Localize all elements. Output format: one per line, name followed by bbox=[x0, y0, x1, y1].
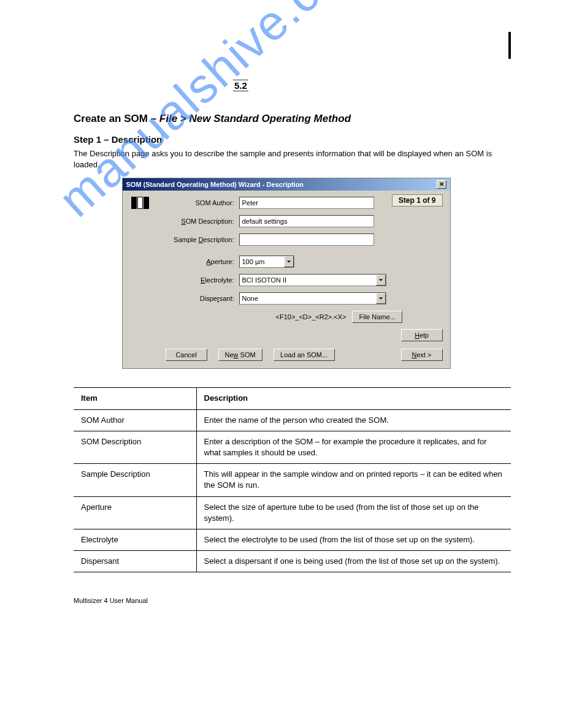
cell-item: Aperture bbox=[74, 496, 196, 529]
author-input[interactable] bbox=[239, 197, 374, 209]
aperture-label: Aperture: bbox=[166, 258, 239, 265]
cell-desc: Enter the name of the person who created… bbox=[196, 409, 511, 431]
cell-desc: Select the size of aperture tube to be u… bbox=[196, 496, 511, 529]
close-icon[interactable]: ✕ bbox=[437, 180, 446, 189]
section-number: 5.2 bbox=[233, 80, 248, 91]
dialog-title: SOM (Standard Operating Method) Wizard -… bbox=[126, 181, 304, 188]
sample-description-label: Sample Description: bbox=[166, 236, 239, 243]
som-description-input[interactable] bbox=[239, 215, 374, 227]
cancel-button[interactable]: Cancel bbox=[166, 349, 207, 361]
section-title-lead: Create an SOM – bbox=[74, 113, 156, 124]
table-row: Electrolyte Select the electrolyte to be… bbox=[74, 529, 511, 550]
step-badge: Step 1 of 9 bbox=[392, 194, 443, 207]
dispersant-select[interactable] bbox=[239, 292, 386, 305]
wizard-icon bbox=[131, 197, 150, 210]
section-title-path: File > New Standard Operating Method bbox=[159, 113, 351, 124]
dispersant-label: Dispersant: bbox=[166, 295, 239, 302]
cell-item: SOM Description bbox=[74, 431, 196, 463]
table-header-row: Item Description bbox=[74, 388, 511, 409]
new-som-button[interactable]: New SOM bbox=[218, 349, 262, 361]
col-item: Item bbox=[74, 388, 196, 409]
file-name-button[interactable]: File Name... bbox=[352, 311, 402, 323]
electrolyte-value[interactable] bbox=[239, 274, 386, 286]
sample-description-input[interactable] bbox=[239, 233, 374, 246]
load-som-button[interactable]: Load an SOM... bbox=[274, 349, 335, 361]
cell-desc: Enter a description of the SOM – for exa… bbox=[196, 431, 511, 463]
footer-text: Multisizer 4 User Manual bbox=[74, 597, 511, 604]
cell-desc: Select a dispersant if one is being used… bbox=[196, 551, 511, 572]
filename-pattern-label: <F10>_<D>_<R2>.<X> bbox=[276, 313, 347, 320]
intro-paragraph: The Description page asks you to describ… bbox=[74, 148, 511, 170]
next-button[interactable]: Next > bbox=[401, 349, 443, 361]
cell-desc: This will appear in the sample window an… bbox=[196, 464, 511, 496]
cell-item: Sample Description bbox=[74, 464, 196, 496]
cell-desc: Select the electrolyte to be used (from … bbox=[196, 529, 511, 550]
chevron-down-icon[interactable] bbox=[376, 293, 386, 304]
som-description-label: SOM Description: bbox=[166, 218, 239, 225]
dialog-titlebar[interactable]: SOM (Standard Operating Method) Wizard -… bbox=[123, 178, 450, 191]
col-desc: Description bbox=[196, 388, 511, 409]
chevron-down-icon[interactable] bbox=[284, 256, 294, 267]
cell-item: Dispersant bbox=[74, 551, 196, 572]
cell-item: SOM Author bbox=[74, 409, 196, 431]
chevron-down-icon[interactable] bbox=[376, 275, 386, 286]
help-button[interactable]: Help bbox=[401, 329, 443, 341]
dispersant-value[interactable] bbox=[239, 292, 386, 305]
header-divider bbox=[508, 32, 511, 59]
electrolyte-select[interactable] bbox=[239, 274, 386, 286]
aperture-select[interactable] bbox=[239, 256, 294, 268]
electrolyte-label: Electrolyte: bbox=[166, 276, 239, 284]
section-title: Create an SOM – File > New Standard Oper… bbox=[74, 113, 511, 125]
table-row: Aperture Select the size of aperture tub… bbox=[74, 496, 511, 529]
subsection-title: Step 1 – Description bbox=[74, 134, 511, 145]
description-table: Item Description SOM Author Enter the na… bbox=[74, 387, 511, 572]
author-label: SOM Author: bbox=[166, 199, 239, 207]
table-row: SOM Description Enter a description of t… bbox=[74, 431, 511, 463]
table-row: Dispersant Select a dispersant if one is… bbox=[74, 551, 511, 572]
table-row: SOM Author Enter the name of the person … bbox=[74, 409, 511, 431]
cell-item: Electrolyte bbox=[74, 529, 196, 550]
table-row: Sample Description This will appear in t… bbox=[74, 464, 511, 496]
som-wizard-dialog: SOM (Standard Operating Method) Wizard -… bbox=[122, 178, 451, 369]
